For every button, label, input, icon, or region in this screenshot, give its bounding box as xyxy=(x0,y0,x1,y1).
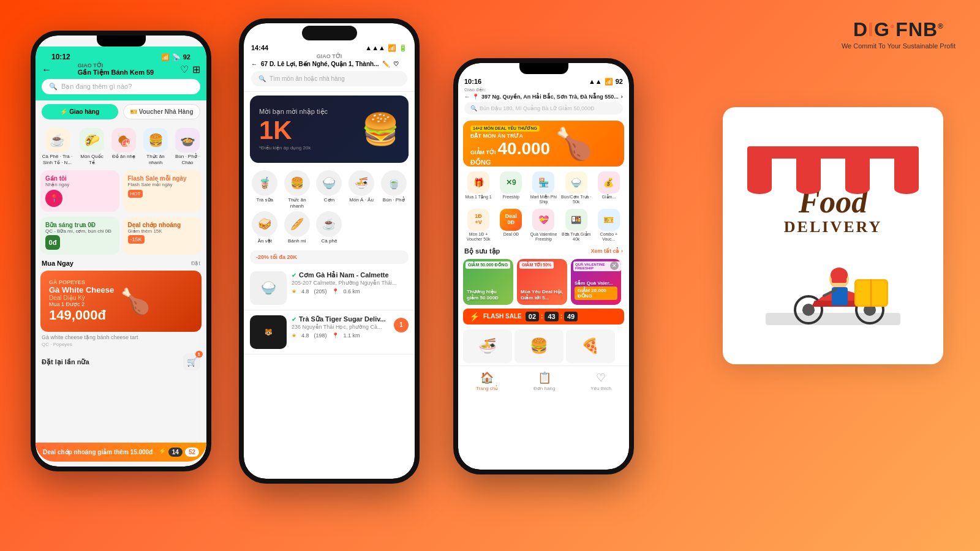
edit-icon[interactable]: ✏️ xyxy=(382,61,390,67)
cart-badge2: 1 xyxy=(394,318,409,332)
icon-giam[interactable]: 💰 Giảm... xyxy=(594,171,624,205)
thuc-an-icon: 🍔 xyxy=(284,170,310,196)
cat-thuc-an[interactable]: 🍔 Thức ăn nhanh xyxy=(282,170,312,209)
collection2-label: Mùa Yêu Deal Hội, Giảm tới 5... xyxy=(521,289,564,301)
phone3-address-row: ← 📍 397 Ng. Quyền, An Hải Bắc, Sơn Trà, … xyxy=(464,94,623,100)
icon-qua-valentine[interactable]: 💝 Quà Valentine Freeship xyxy=(528,209,559,242)
cat-tra-sua[interactable]: 🧋 Trà sữa xyxy=(250,170,280,209)
svg-rect-11 xyxy=(832,278,846,283)
xem-tat-ca-link[interactable]: Xem tất cả › xyxy=(590,248,623,254)
heart-icon[interactable]: ♡ xyxy=(180,64,189,75)
bua-trua-label: Bữa Trưa Giảm 40k xyxy=(561,232,592,242)
phone2-discount-banner: -20% tối đa 20K xyxy=(250,250,409,264)
nav-favorites[interactable]: ♡ Yêu thích xyxy=(590,371,611,391)
freeship-label: Freeship xyxy=(503,195,519,200)
cat-mon-a-au[interactable]: 🍜 Món Á · Âu xyxy=(347,170,377,209)
restaurant1-reviews: (205) xyxy=(314,288,327,294)
phone1-action-icons: ♡ ⊞ xyxy=(180,64,200,75)
collection-1[interactable]: GIẢM 50.000 ĐỒNG Thương hiệu giảm 50.000… xyxy=(463,259,513,305)
icon-bun-com[interactable]: 🍚 Bún/Cơm Trưa · 50k xyxy=(561,171,592,205)
phone1-dat-lai[interactable]: Đặt lại lần nữa 🛒 1 xyxy=(36,348,206,375)
cat-com[interactable]: 🍚 Cơm xyxy=(314,170,344,209)
scooter-svg xyxy=(766,246,900,325)
lightning-icon3: ⚡ xyxy=(469,312,480,321)
promo-flash-sale[interactable]: Flash Sale mỗi ngày Flash Sale mỗi ngày … xyxy=(123,170,202,212)
wifi-icon3: 📶 xyxy=(605,78,613,86)
cart-icon[interactable]: 🛒 1 xyxy=(183,353,200,370)
phone2-hero-banner[interactable]: Mời bạn mời nhập tiệc 1K *Điều kiện áp d… xyxy=(250,96,409,163)
promo-gan-toi[interactable]: Gần tôi Nhận ngay 📍 xyxy=(40,170,119,212)
deal-dieu-ky: Deal Diệu Kỳ xyxy=(49,294,114,301)
nav-orders[interactable]: 📋 Đơn hàng xyxy=(533,371,555,391)
search-icon2: 🔍 xyxy=(258,75,266,82)
bun-com-icon: 🍚 xyxy=(565,171,587,193)
mua-ngay-label: Mua Ngay xyxy=(42,260,74,267)
nav-home[interactable]: 🏠 Trang chủ xyxy=(476,371,498,391)
icon-mua-1-tang-1[interactable]: 🎁 Mua 1 Tặng 1 xyxy=(463,171,494,205)
mon-a-icon: 🍜 xyxy=(349,170,374,196)
cat-item-2[interactable]: 🌮 Món Quốc Tế xyxy=(78,128,106,165)
phone2-status-icons: ▲▲▲ 📶 🔋 xyxy=(365,44,407,52)
deal-bua-sang[interactable]: Bữa sáng trưa 0Đ QC - Bữa mì, cơm, bún c… xyxy=(40,217,119,255)
nav-home-label: Trang chủ xyxy=(476,386,498,391)
cat-item-4[interactable]: 🍔 Thức ăn nhanh xyxy=(141,128,170,165)
thuc-an-label: Thức ăn nhanh xyxy=(282,197,312,209)
heart-icon2[interactable]: ♡ xyxy=(393,61,399,67)
timer-hours: 02 xyxy=(526,312,539,321)
phone3-flash-sale[interactable]: ⚡ FLASH SALE 02 : 43 : 49 xyxy=(463,309,624,324)
phone3-status-bar: 10:16 ▲▲ 📶 92 xyxy=(464,77,623,87)
phone3-search[interactable]: 🔍 Bún Đậu 180, Mì Quảng Bà Lữ Giảm 50,00… xyxy=(464,102,623,114)
cat-item-1[interactable]: ☕ Cà Phê · Trà · Sinh Tố · N... xyxy=(40,128,74,165)
cat-item-5[interactable]: 🍲 Bún · Phở · Cháo xyxy=(173,128,202,165)
food-thumb2[interactable]: 🍔 xyxy=(514,329,564,363)
deal1-badge: 0đ xyxy=(45,235,60,250)
grid-icon[interactable]: ⊞ xyxy=(192,64,200,75)
valentine-icon: 💝 xyxy=(532,209,554,231)
stripe4 xyxy=(821,159,845,183)
heart-nav-icon: ♡ xyxy=(596,371,606,384)
deal-chop-nhoang[interactable]: Deal chớp nhoáng Giảm thêm 15K -15K xyxy=(123,217,202,255)
phone2-search[interactable]: 🔍 Tìm món ăn hoặc nhà hàng xyxy=(251,71,407,86)
icon-combo[interactable]: 🎫 Combo + Vouc... xyxy=(594,209,624,242)
voucher-tab[interactable]: 🎫 Voucher Nhà Hàng xyxy=(123,104,201,119)
mua1tang1-icon: 🎁 xyxy=(467,171,489,193)
collection-3[interactable]: QUÀ VALENTINE FREESHIP ✕ Sắm Quà Valer..… xyxy=(571,259,621,305)
icon-bua-trua[interactable]: 🍱 Bữa Trưa Giảm 40k xyxy=(561,209,592,242)
icon-freeship[interactable]: ✕9 Freeship xyxy=(496,171,526,205)
search-icon3: 🔍 xyxy=(470,105,477,111)
food-thumb1[interactable]: 🍜 xyxy=(463,329,512,363)
phone1-search[interactable]: 🔍 Bạn đang thêm gì nào? xyxy=(42,79,200,94)
icon-mon-1d[interactable]: 1Đ+V Món 1Đ + Voucher 50k xyxy=(463,209,494,242)
badge2: 52 xyxy=(185,448,199,457)
cat-an-vat[interactable]: 🥪 Ăn vặt xyxy=(250,211,280,244)
phone3-promo-banner[interactable]: 14+2 MÓN DEAL YÊU THƯƠNG ĐẶT MÓN ĂN TRƯA… xyxy=(463,121,624,167)
deal-od-label: Deal 0Đ xyxy=(503,232,519,237)
restaurant1-thumb: 🍚 xyxy=(250,271,287,305)
back-icon3[interactable]: ← xyxy=(464,94,470,100)
phone1-address-row: ← GIAO TỚI Gần Tiệm Bánh Kem 59 ♡ ⊞ xyxy=(42,62,200,77)
signal-icon3: ▲▲ xyxy=(589,78,602,86)
cat-item-3[interactable]: 🍖 Đồ ăn nhẹ xyxy=(110,128,138,165)
icon-mart[interactable]: 🏪 Mart Miễn Phí Ship xyxy=(528,171,559,205)
cat-ca-phe[interactable]: ☕ Cà phê xyxy=(314,211,344,244)
timer-minutes: 43 xyxy=(545,312,558,321)
back-icon[interactable]: ← xyxy=(251,61,257,67)
restaurant-item-1[interactable]: 🍚 ✔ Cơm Gà Hải Nam - Calmette 205-207 Ca… xyxy=(244,266,415,310)
cat-bun-pho2[interactable]: 🍵 Bún · Phở xyxy=(379,170,409,209)
star-icon2: ★ xyxy=(292,332,296,339)
phone1-back-icon[interactable]: ← xyxy=(42,64,51,75)
food-thumb3[interactable]: 🍕 xyxy=(566,329,615,363)
cat-banh-mi[interactable]: 🥖 Bánh mì xyxy=(282,211,312,244)
delivery-tab[interactable]: ⚡ Giao hàng xyxy=(42,104,118,119)
close-icon3[interactable]: ✕ xyxy=(610,261,619,270)
icon-deal-od[interactable]: Deal0Đ Deal 0Đ xyxy=(496,209,526,242)
restaurant-item-2[interactable]: 🐯 ✔ Trà Sữa Tiger Sugar Deliv... 236 Ngu… xyxy=(244,310,415,354)
phone3-screen: 10:16 ▲▲ 📶 92 Giao đến: ← 📍 397 Ng. Quyề… xyxy=(458,63,629,470)
scallop4 xyxy=(821,183,845,194)
chevron-icon3[interactable]: › xyxy=(621,94,623,100)
phone3-header: 10:16 ▲▲ 📶 92 Giao đến: ← 📍 397 Ng. Quyề… xyxy=(458,74,629,118)
lightning-icon: ⚡ xyxy=(159,448,166,457)
collection-2[interactable]: GIẢM TỚI 50% Mùa Yêu Deal Hội, Giảm tới … xyxy=(517,259,567,305)
phone2: 14:44 ▲▲▲ 📶 🔋 GIAO TỚI ← 67 D. Lê Lợi, B… xyxy=(239,18,420,484)
phone1-main-banner[interactable]: GÀ POPEYES Gà White Cheese Deal Diệu Kỳ … xyxy=(40,271,202,332)
